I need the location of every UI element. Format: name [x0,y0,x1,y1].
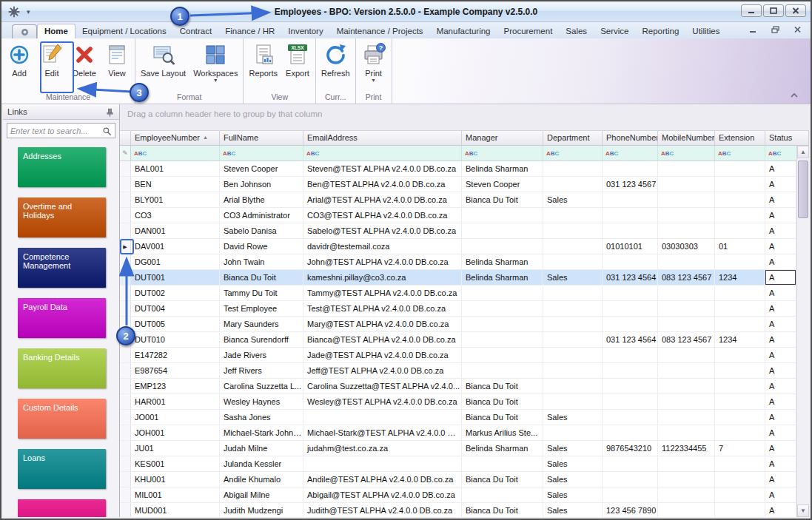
cell-fullname[interactable]: CO3 Administrator [220,208,303,223]
cell-phonenumber[interactable] [603,286,658,300]
cell-extension[interactable] [715,301,765,316]
cell-mobilenumber[interactable] [658,317,715,331]
cell-employeenumber[interactable]: DUT010 [131,332,220,347]
child-close-button[interactable] [791,24,803,35]
cell-department[interactable] [543,394,603,409]
tab-inventory[interactable]: Inventory [281,24,329,38]
cell-department[interactable]: Sales [543,456,603,471]
application-menu-button[interactable] [12,24,37,38]
close-button[interactable] [785,4,806,17]
table-row-har001[interactable]: HAR001Wesley HaynesWesley@TEST ALPHA v2.… [120,394,796,410]
refresh-button[interactable]: Refresh [318,40,354,79]
row-indicator[interactable]: ▶ [120,239,131,254]
cell-department[interactable] [543,223,603,238]
row-indicator[interactable] [120,270,131,285]
cell-fullname[interactable]: Steven Cooper [220,161,303,176]
row-expand-icon[interactable]: ▶ [123,244,127,249]
cell-emailaddress[interactable]: davidr@testemail.coza [303,239,462,254]
table-row-mud001[interactable]: MUD001Judith MudzengiJudith@TEST ALPHA v… [120,503,796,517]
cell-manager[interactable] [462,332,543,347]
cell-phonenumber[interactable]: 031 123 4564 [603,270,658,285]
row-indicator[interactable] [120,425,131,440]
cell-emailaddress[interactable]: judahm@test.co.za.za [303,441,462,456]
cell-department[interactable] [543,208,603,223]
cell-extension[interactable]: 1234 [715,332,765,347]
cell-status[interactable]: A [765,410,796,425]
filter-cell-extension[interactable]: ABC [715,146,765,161]
tab-procurement[interactable]: Procurement [497,24,560,38]
row-indicator[interactable] [120,441,131,456]
cell-mobilenumber[interactable] [658,394,715,409]
cell-phonenumber[interactable] [603,223,658,238]
column-header-mobilenumber[interactable]: MobileNumber [658,131,715,145]
table-row-bly001[interactable]: BLY001Arial BlytheArial@TEST ALPHA v2.4.… [120,192,796,208]
cell-phonenumber[interactable]: 031 123 4564 [603,332,658,347]
row-indicator[interactable] [120,254,131,269]
cell-status[interactable]: A [765,223,796,238]
cell-extension[interactable] [715,317,765,331]
cell-manager[interactable]: Bianca Du Toit [462,394,543,409]
filter-cell-mobilenumber[interactable]: ABC [658,146,715,161]
cell-status[interactable]: A [765,192,796,207]
cell-status[interactable]: A [765,177,796,192]
cell-status[interactable]: A [765,472,796,487]
table-row-e147282[interactable]: E147282Jade RiversJade@TEST ALPHA v2.4.0… [120,348,796,363]
cell-status[interactable]: A [765,348,796,362]
cell-department[interactable] [543,363,603,378]
delete-button[interactable]: Delete [68,40,101,79]
cell-emailaddress[interactable]: CO3@TEST ALPHA v2.4.0.0 DB.co.za [303,208,462,223]
cell-phonenumber[interactable] [603,487,658,502]
search-icon[interactable] [102,126,112,135]
row-indicator[interactable] [120,503,131,517]
cell-extension[interactable] [715,363,765,378]
child-restore-button[interactable] [769,24,781,35]
cell-emailaddress[interactable]: Jade@TEST ALPHA v2.4.0.0 DB.co.za [303,348,462,362]
cell-extension[interactable] [715,456,765,471]
cell-department[interactable] [543,254,603,269]
cell-employeenumber[interactable]: MIL001 [131,487,220,502]
quick-access-caret-icon[interactable]: ▾ [27,8,30,16]
cell-department[interactable] [543,177,603,192]
cell-department[interactable]: Sales [543,503,603,517]
cell-fullname[interactable]: Bianca Surendorff [220,332,303,347]
cell-fullname[interactable]: John Twain [220,254,303,269]
table-row-dut010[interactable]: DUT010Bianca SurendorffBianca@TEST ALPHA… [120,332,796,348]
cell-manager[interactable]: Bianca Du Toit [462,503,543,517]
cell-emailaddress[interactable]: Mary@TEST ALPHA v2.4.0.0 DB.co.za [303,317,462,331]
cell-mobilenumber[interactable] [658,254,715,269]
sidebar-tile-loans[interactable]: Loans [18,449,106,489]
cell-department[interactable] [543,161,603,176]
cell-employeenumber[interactable]: DUT002 [131,286,220,300]
column-header-extension[interactable]: Extension [715,131,765,145]
column-header-fullname[interactable]: FullName [220,131,303,145]
cell-fullname[interactable]: Andile Khumalo [220,472,303,487]
cell-status[interactable]: A [765,301,796,316]
cell-fullname[interactable]: Jeff Rivers [220,363,303,378]
cell-extension[interactable] [715,177,765,192]
tab-home[interactable]: Home [37,24,76,38]
cell-status[interactable]: A [765,363,796,378]
cell-emailaddress[interactable]: Test@TEST ALPHA v2.4.0.0 DB.co.za [303,301,462,316]
tab-manufacturing[interactable]: Manufacturing [430,24,497,38]
cell-mobilenumber[interactable]: 03030303 [658,239,715,254]
cell-manager[interactable] [462,456,543,471]
tab-utilities[interactable]: Utilities [685,24,726,38]
cell-employeenumber[interactable]: E987654 [131,363,220,378]
cell-employeenumber[interactable]: KHU001 [131,472,220,487]
cell-department[interactable]: Sales [543,487,603,502]
row-indicator[interactable] [120,161,131,176]
cell-status[interactable]: A [765,239,796,254]
cell-employeenumber[interactable]: JOH001 [131,425,220,440]
cell-status[interactable]: A [765,379,796,394]
cell-extension[interactable] [715,425,765,440]
cell-emailaddress[interactable]: kameshni.pillay@co3.co.za [303,270,462,285]
cell-extension[interactable]: 7 [715,441,765,456]
cell-extension[interactable] [715,472,765,487]
cell-employeenumber[interactable]: DG001 [131,254,220,269]
cell-employeenumber[interactable]: DAV001 [131,239,220,254]
cell-department[interactable] [543,379,603,394]
cell-fullname[interactable]: Wesley Haynes [220,394,303,409]
cell-phonenumber[interactable] [603,363,658,378]
table-row-jo001[interactable]: JO001Sasha JonesBianca Du ToitSalesA [120,410,796,425]
print-button[interactable]: ?Print▾ [358,40,390,84]
